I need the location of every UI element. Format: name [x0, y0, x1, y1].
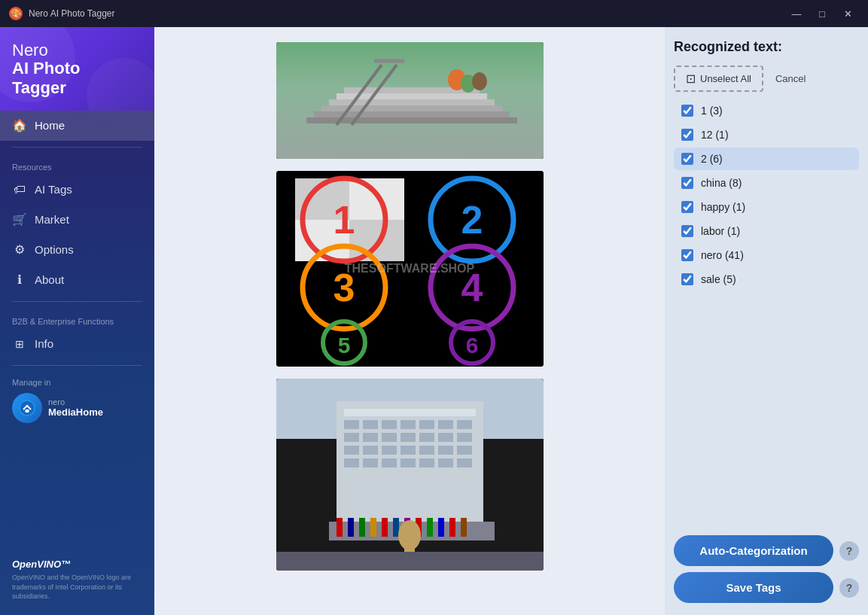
- sidebar-item-ai-tags[interactable]: 🏷 AI Tags: [0, 175, 154, 205]
- sidebar-item-info[interactable]: ⊞ Info: [0, 329, 154, 359]
- svg-rect-40: [400, 420, 416, 429]
- tag-label: labor (1): [701, 225, 740, 237]
- maximize-button[interactable]: □: [811, 5, 833, 22]
- svg-point-15: [472, 72, 487, 90]
- save-tags-button[interactable]: Save Tags: [674, 572, 833, 603]
- svg-rect-46: [382, 433, 397, 442]
- divider-1: [12, 147, 142, 148]
- tag-item[interactable]: 1 (3): [674, 99, 859, 122]
- svg-rect-43: [457, 420, 472, 429]
- tag-checkbox[interactable]: [681, 225, 693, 237]
- tag-item[interactable]: 2 (6): [674, 148, 859, 170]
- tag-item[interactable]: 12 (1): [674, 123, 859, 146]
- unselect-icon: ⊡: [686, 72, 696, 86]
- auto-categorization-row: Auto-Categorization ?: [674, 535, 859, 566]
- tag-checkbox[interactable]: [681, 177, 693, 189]
- title-bar-controls: — □ ✕: [785, 5, 859, 22]
- svg-rect-37: [344, 420, 359, 429]
- photo-card-building: [276, 379, 544, 571]
- auto-categorization-button[interactable]: Auto-Categorization: [674, 535, 833, 566]
- brand-nero: Nero: [12, 42, 142, 59]
- options-label: Options: [35, 243, 74, 256]
- manage-label: Manage in: [12, 378, 142, 387]
- openvino-text: OpenVINO and the OpenVINO logo are trade…: [12, 573, 142, 601]
- auto-categorization-help-icon[interactable]: ?: [839, 541, 859, 561]
- svg-rect-57: [457, 446, 472, 455]
- tag-toolbar: ⊡ Unselect All Cancel: [674, 65, 859, 92]
- content-area: 1 2 3 4 5 6 THESOFTWARE.SHOP: [154, 27, 665, 615]
- save-tags-help-icon[interactable]: ?: [839, 578, 859, 598]
- main-layout: Nero AI PhotoTagger 🏠 Home Resources 🏷 A…: [0, 27, 868, 615]
- unselect-all-button[interactable]: ⊡ Unselect All: [674, 65, 763, 92]
- svg-rect-51: [344, 446, 359, 455]
- save-tags-row: Save Tags ?: [674, 572, 859, 603]
- tag-label: 1 (3): [701, 105, 723, 117]
- tag-checkbox[interactable]: [681, 129, 693, 141]
- tag-label: nero (41): [701, 249, 744, 261]
- tag-checkbox[interactable]: [681, 249, 693, 261]
- svg-rect-53: [382, 446, 397, 455]
- svg-rect-69: [370, 518, 376, 537]
- tag-label: happy (1): [701, 201, 745, 213]
- svg-rect-36: [344, 409, 476, 416]
- svg-rect-66: [337, 518, 343, 537]
- svg-rect-49: [438, 433, 453, 442]
- svg-rect-74: [427, 518, 433, 537]
- cancel-button[interactable]: Cancel: [769, 69, 812, 89]
- divider-3: [12, 365, 142, 366]
- resources-label: Resources: [0, 154, 154, 175]
- info-label: Info: [35, 337, 53, 350]
- tag-item[interactable]: labor (1): [674, 220, 859, 242]
- svg-rect-59: [363, 458, 378, 467]
- tag-label: china (8): [701, 177, 742, 189]
- svg-rect-45: [363, 433, 378, 442]
- title-bar-text: Nero AI Photo Tagger: [29, 8, 115, 19]
- manage-section: Manage in nero MediaHome: [0, 372, 154, 429]
- media-home-name: MediaHome: [48, 406, 103, 418]
- svg-rect-67: [348, 518, 354, 537]
- tag-item[interactable]: china (8): [674, 172, 859, 194]
- tag-checkbox[interactable]: [681, 273, 693, 285]
- close-button[interactable]: ✕: [836, 5, 859, 22]
- tag-item[interactable]: sale (5): [674, 268, 859, 291]
- tag-item[interactable]: happy (1): [674, 196, 859, 218]
- info-icon: ⊞: [12, 336, 27, 352]
- svg-rect-38: [363, 420, 378, 429]
- tag-list: 1 (3)12 (1)2 (6)china (8)happy (1)labor …: [674, 99, 859, 528]
- svg-rect-56: [438, 446, 453, 455]
- recognized-title: Recognized text:: [674, 39, 859, 55]
- media-home-icon: [12, 393, 42, 423]
- sidebar-item-home[interactable]: 🏠 Home: [0, 111, 154, 141]
- svg-rect-70: [382, 518, 388, 537]
- minimize-button[interactable]: —: [785, 5, 808, 22]
- svg-rect-85: [276, 552, 544, 571]
- svg-rect-39: [382, 420, 397, 429]
- tag-checkbox[interactable]: [681, 153, 693, 165]
- title-bar: 🎨 Nero AI Photo Tagger — □ ✕: [0, 0, 868, 27]
- sidebar-item-market[interactable]: 🛒 Market: [0, 205, 154, 235]
- home-label: Home: [35, 119, 65, 132]
- sidebar-item-about[interactable]: ℹ About: [0, 265, 154, 295]
- tag-checkbox[interactable]: [681, 201, 693, 213]
- tag-item[interactable]: nero (41): [674, 244, 859, 266]
- media-home-nero: nero: [48, 397, 103, 406]
- divider-2: [12, 301, 142, 302]
- sidebar-item-options[interactable]: ⚙ Options: [0, 235, 154, 265]
- tag-label: sale (5): [701, 273, 736, 285]
- svg-rect-55: [419, 446, 434, 455]
- about-label: About: [35, 273, 64, 286]
- svg-rect-64: [457, 458, 472, 467]
- svg-rect-75: [438, 518, 444, 537]
- right-panel: Recognized text: ⊡ Unselect All Cancel 1…: [665, 27, 868, 615]
- openvino-section: OpenVINO™ OpenVINO and the OpenVINO logo…: [0, 553, 154, 607]
- svg-rect-63: [438, 458, 453, 467]
- svg-rect-71: [393, 518, 399, 537]
- media-home-button[interactable]: nero MediaHome: [12, 393, 142, 423]
- title-bar-left: 🎨 Nero AI Photo Tagger: [9, 7, 115, 20]
- svg-text:5: 5: [337, 333, 350, 358]
- svg-rect-76: [449, 518, 455, 537]
- svg-rect-48: [419, 433, 434, 442]
- svg-rect-19: [349, 220, 404, 261]
- tag-checkbox[interactable]: [681, 105, 693, 117]
- svg-rect-52: [363, 446, 378, 455]
